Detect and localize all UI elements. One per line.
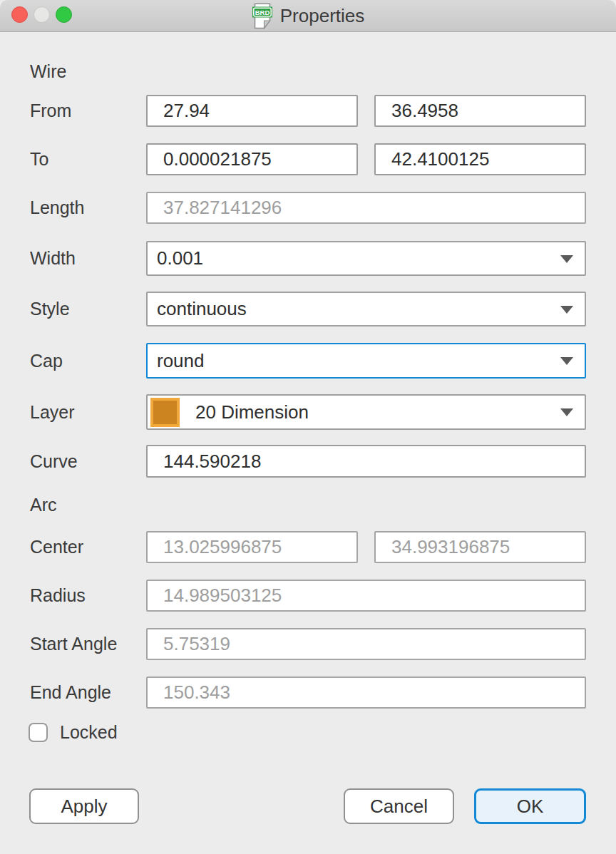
to-x-input[interactable]	[146, 143, 358, 175]
from-label: From	[30, 95, 71, 127]
locked-checkbox[interactable]	[29, 723, 48, 742]
style-dropdown-value: continuous	[157, 298, 247, 320]
center-label: Center	[30, 531, 83, 563]
curve-label: Curve	[30, 445, 78, 478]
width-label: Width	[30, 241, 76, 276]
to-y-input[interactable]	[374, 143, 586, 175]
layer-label: Layer	[30, 394, 75, 430]
length-label: Length	[30, 192, 84, 224]
brd-document-icon: BRD	[252, 3, 273, 29]
length-input	[146, 192, 586, 224]
end-angle-input	[146, 676, 586, 709]
layer-dropdown-value: 20 Dimension	[195, 401, 309, 423]
style-dropdown[interactable]: continuous	[146, 292, 586, 326]
from-y-input[interactable]	[374, 95, 586, 127]
brd-icon-label: BRD	[255, 8, 270, 16]
layer-dropdown[interactable]: 20 Dimension	[146, 394, 586, 430]
center-y-input	[374, 531, 586, 563]
arc-section-header: Arc	[30, 489, 57, 521]
chevron-down-icon	[560, 306, 573, 314]
wire-section-header: Wire	[30, 56, 66, 88]
properties-dialog: { "titlebar": { "title": "Properties", "…	[0, 0, 616, 854]
curve-input[interactable]	[146, 445, 586, 478]
cap-dropdown-value: round	[157, 350, 205, 372]
cancel-button[interactable]: Cancel	[344, 788, 454, 824]
width-dropdown[interactable]: 0.001	[146, 241, 586, 276]
title-bar: BRD Properties	[0, 0, 616, 32]
radius-input	[146, 580, 586, 612]
style-label: Style	[30, 292, 70, 326]
center-x-input	[146, 531, 358, 563]
ok-button[interactable]: OK	[474, 788, 586, 824]
cap-label: Cap	[30, 343, 63, 379]
width-dropdown-value: 0.001	[157, 247, 203, 269]
layer-color-swatch	[150, 398, 180, 427]
chevron-down-icon	[560, 357, 573, 365]
chevron-down-icon	[560, 408, 573, 416]
radius-label: Radius	[30, 580, 86, 612]
apply-button[interactable]: Apply	[29, 788, 139, 824]
window-title: Properties	[280, 5, 365, 27]
locked-label: Locked	[60, 716, 118, 748]
cap-dropdown[interactable]: round	[146, 343, 586, 379]
end-angle-label: End Angle	[30, 676, 111, 709]
start-angle-input	[146, 628, 586, 660]
start-angle-label: Start Angle	[30, 628, 117, 660]
to-label: To	[30, 143, 48, 175]
chevron-down-icon	[560, 255, 573, 263]
from-x-input[interactable]	[146, 95, 358, 127]
